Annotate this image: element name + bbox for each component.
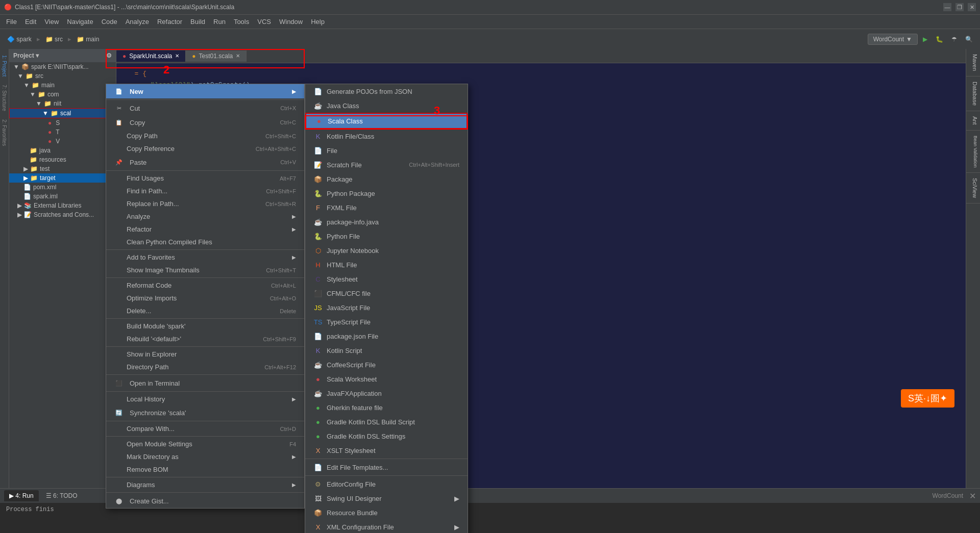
sub-kotlin-file[interactable]: K Kotlin File/Class xyxy=(305,129,468,143)
sub-editor-config[interactable]: ⚙ EditorConfig File xyxy=(305,477,468,491)
tree-java[interactable]: 📁 java xyxy=(9,146,116,155)
ctx-open-terminal[interactable]: ⬛ Open in Terminal xyxy=(106,376,304,390)
ctx-build-module[interactable]: Build Module 'spark' xyxy=(106,320,304,333)
menu-vcs[interactable]: VCS xyxy=(253,16,275,28)
ctx-cut[interactable]: ✂ Cut Ctrl+X xyxy=(106,101,304,115)
ctx-add-favorites[interactable]: Add to Favorites ▶ xyxy=(106,251,304,264)
menu-build[interactable]: Build xyxy=(186,16,209,28)
ctx-new[interactable]: 📄 New ▶ xyxy=(106,84,304,98)
sub-stylesheet[interactable]: C Stylesheet xyxy=(305,272,468,286)
menu-tools[interactable]: Tools xyxy=(230,16,253,28)
sub-swing[interactable]: 🖼 Swing UI Designer ▶ xyxy=(305,491,468,505)
tab-favorites[interactable]: 2: Favorites xyxy=(1,115,8,150)
sub-package-info[interactable]: ☕ package-info.java xyxy=(305,215,468,229)
tree-test[interactable]: ▶ 📁 test xyxy=(9,164,116,173)
breadcrumb-main[interactable]: 📁 main xyxy=(74,34,102,45)
tab-run[interactable]: ▶ 4: Run xyxy=(4,490,39,501)
tab-close[interactable]: ✕ xyxy=(175,53,179,59)
ctx-module-settings[interactable]: Open Module Settings F4 xyxy=(106,438,304,450)
debug-button[interactable]: 🐛 xyxy=(933,34,946,45)
sub-java-class[interactable]: ☕ Java Class xyxy=(305,98,468,113)
tab-maven[interactable]: Maven xyxy=(966,49,980,77)
ctx-replace-path[interactable]: Replace in Path... Ctrl+Shift+R xyxy=(106,197,304,210)
ctx-optimize[interactable]: Optimize Imports Ctrl+Alt+O xyxy=(106,292,304,304)
sub-gradle-settings[interactable]: ● Gradle Kotlin DSL Settings xyxy=(305,429,468,443)
tab-sciview[interactable]: SciView xyxy=(966,173,980,204)
menu-view[interactable]: View xyxy=(40,16,63,28)
sub-xml-config[interactable]: X XML Configuration File ▶ xyxy=(305,520,468,533)
run-button[interactable]: ▶ xyxy=(920,34,930,45)
sub-scratch-file[interactable]: 📝 Scratch File Ctrl+Alt+Shift+Insert xyxy=(305,158,468,172)
breadcrumb-src[interactable]: 📁 src xyxy=(42,34,66,45)
tab-project[interactable]: 1: Project xyxy=(1,51,8,81)
ctx-rebuild[interactable]: Rebuild '<default>' Ctrl+Shift+F9 xyxy=(106,333,304,345)
tree-iml[interactable]: 📄 spark.iml xyxy=(9,192,116,201)
menu-run[interactable]: Run xyxy=(209,16,230,28)
tab-close2[interactable]: ✕ xyxy=(236,53,240,59)
sub-coffeescript[interactable]: ☕ CoffeeScript File xyxy=(305,358,468,372)
ctx-copy[interactable]: 📋 Copy Ctrl+C xyxy=(106,115,304,130)
ctx-reformat[interactable]: Reformat Code Ctrl+Alt+L xyxy=(106,279,304,292)
minimize-button[interactable]: — xyxy=(943,3,951,11)
ctx-find-usages[interactable]: Find Usages Alt+F7 xyxy=(106,172,304,185)
sub-python-package[interactable]: 🐍 Python Package xyxy=(305,186,468,200)
tree-spark[interactable]: ▼ 📦 spark E:\NIIT\spark... xyxy=(9,62,116,71)
sub-scala-class[interactable]: ● Scala Class xyxy=(305,113,468,129)
sub-cfml[interactable]: ⬛ CFML/CFC file xyxy=(305,286,468,300)
ctx-dir-path[interactable]: Directory Path Ctrl+Alt+F12 xyxy=(106,361,304,373)
ctx-synchronize[interactable]: 🔄 Synchronize 'scala' xyxy=(106,405,304,420)
menu-code[interactable]: Code xyxy=(97,16,121,28)
sub-scala-ws[interactable]: ● Scala Worksheet xyxy=(305,372,468,386)
tree-scratches[interactable]: ▶ 📝 Scratches and Cons... xyxy=(9,210,116,219)
restore-button[interactable]: ❐ xyxy=(955,3,964,11)
tab-test01[interactable]: ● Test01.scala ✕ xyxy=(186,50,247,62)
ctx-copy-path[interactable]: Copy Path Ctrl+Shift+C xyxy=(106,130,304,142)
sub-package[interactable]: 📦 Package xyxy=(305,172,468,186)
tree-external-libs[interactable]: ▶ 📚 External Libraries xyxy=(9,201,116,210)
sub-gherkin[interactable]: ● Gherkin feature file xyxy=(305,400,468,415)
ctx-clean-python[interactable]: Clean Python Compiled Files xyxy=(106,236,304,248)
ctx-analyze[interactable]: Analyze ▶ xyxy=(106,210,304,223)
menu-edit[interactable]: Edit xyxy=(21,16,40,28)
ctx-copy-ref[interactable]: Copy Reference Ctrl+Alt+Shift+C xyxy=(106,142,304,155)
tree-com[interactable]: ▼ 📁 com xyxy=(9,90,116,99)
ctx-find-path[interactable]: Find in Path... Ctrl+Shift+F xyxy=(106,185,304,197)
close-button[interactable]: ✕ xyxy=(968,3,976,11)
tab-bean-validation[interactable]: Bean Validation xyxy=(966,131,980,173)
ctx-local-history[interactable]: Local History ▶ xyxy=(106,393,304,405)
tab-structure[interactable]: 7: Structure xyxy=(1,81,8,115)
sub-resource[interactable]: 📦 Resource Bundle xyxy=(305,505,468,520)
tree-target[interactable]: ▶ 📁 target xyxy=(9,173,116,183)
sub-kotlin-script[interactable]: K Kotlin Script xyxy=(305,343,468,358)
menu-help[interactable]: Help xyxy=(307,16,329,28)
menu-navigate[interactable]: Navigate xyxy=(63,16,97,28)
tree-main[interactable]: ▼ 📁 main xyxy=(9,81,116,90)
sub-python-file[interactable]: 🐍 Python File xyxy=(305,229,468,243)
ctx-paste[interactable]: 📌 Paste Ctrl+V xyxy=(106,155,304,169)
sub-jupyter[interactable]: ⬡ Jupyter Notebook xyxy=(305,243,468,258)
tree-src[interactable]: ▼ 📁 src xyxy=(9,71,116,81)
tree-s[interactable]: ● S xyxy=(9,118,116,128)
title-bar-controls[interactable]: — ❐ ✕ xyxy=(943,3,976,11)
sub-pkg-json[interactable]: 📄 package.json File xyxy=(305,329,468,343)
ctx-delete[interactable]: Delete... Delete xyxy=(106,304,304,317)
ctx-remove-bom[interactable]: Remove BOM xyxy=(106,463,304,476)
sub-xslt[interactable]: X XSLT Stylesheet xyxy=(305,443,468,458)
ctx-diagrams[interactable]: Diagrams ▶ xyxy=(106,478,304,491)
coverage-button[interactable]: ☂ xyxy=(948,34,960,45)
ctx-refactor[interactable]: Refactor ▶ xyxy=(106,223,304,236)
menu-file[interactable]: File xyxy=(2,16,21,28)
tab-todo[interactable]: ☰ 6: TODO xyxy=(41,490,83,501)
sidebar-options[interactable]: ⚙ xyxy=(106,52,112,59)
ctx-create-gist[interactable]: ⬤ Create Gist... xyxy=(106,494,304,508)
tree-scala[interactable]: ▼ 📁 scal xyxy=(9,108,116,118)
ctx-mark-dir[interactable]: Mark Directory as ▶ xyxy=(106,450,304,463)
tree-niit[interactable]: ▼ 📁 niit xyxy=(9,99,116,108)
tab-database[interactable]: Database xyxy=(966,77,980,111)
sub-js[interactable]: JS JavaScript File xyxy=(305,300,468,315)
menu-window[interactable]: Window xyxy=(275,16,307,28)
menu-refactor[interactable]: Refactor xyxy=(153,16,186,28)
sub-html[interactable]: H HTML File xyxy=(305,258,468,272)
menu-analyze[interactable]: Analyze xyxy=(121,16,153,28)
run-config-dropdown[interactable]: WordCount ▼ xyxy=(868,34,918,45)
